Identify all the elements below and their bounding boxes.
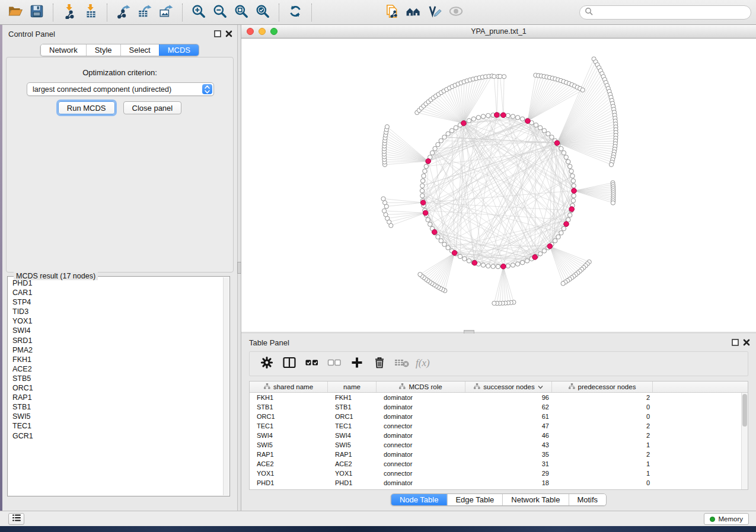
network-node[interactable] — [422, 174, 426, 178]
tab-style[interactable]: Style — [86, 44, 120, 56]
network-node[interactable] — [381, 197, 385, 201]
cell-name[interactable]: ACE2 — [328, 460, 377, 467]
mcds-hub-node[interactable] — [572, 188, 577, 194]
cell-predecessor-nodes[interactable]: 1 — [552, 470, 653, 477]
network-node[interactable] — [420, 184, 425, 188]
cell-shared-name[interactable]: ACE2 — [250, 460, 328, 467]
network-node[interactable] — [382, 209, 386, 213]
network-node[interactable] — [476, 116, 480, 120]
cell-successor-nodes[interactable]: 31 — [465, 460, 552, 467]
network-node[interactable] — [534, 123, 538, 127]
cell-successor-nodes[interactable]: 46 — [465, 432, 552, 439]
network-node[interactable] — [424, 164, 428, 168]
network-node[interactable] — [462, 257, 467, 261]
network-node[interactable] — [542, 129, 546, 133]
cell-shared-name[interactable]: SWI5 — [250, 441, 328, 448]
network-node[interactable] — [420, 188, 424, 193]
splitter-grip[interactable] — [237, 262, 241, 274]
cell-shared-name[interactable]: STB1 — [250, 403, 328, 411]
close-panel-icon[interactable] — [743, 338, 750, 348]
cell-MCDS-role[interactable]: dominator — [377, 451, 465, 458]
cell-name[interactable]: STB1 — [328, 403, 377, 411]
network-overview-button[interactable] — [403, 2, 424, 23]
network-node[interactable] — [561, 281, 565, 286]
network-node[interactable] — [492, 75, 496, 79]
network-node[interactable] — [569, 169, 573, 173]
network-node[interactable] — [566, 159, 570, 164]
cell-predecessor-nodes[interactable]: 2 — [552, 451, 653, 458]
mcds-hub-node[interactable] — [472, 260, 477, 265]
mcds-result-item[interactable]: SRD1 — [12, 336, 222, 345]
mcds-hub-node[interactable] — [423, 210, 428, 216]
mcds-result-item[interactable]: SWI5 — [12, 412, 222, 421]
cell-successor-nodes[interactable]: 35 — [465, 451, 552, 458]
mcds-result-item[interactable]: ACE2 — [12, 364, 222, 374]
network-node[interactable] — [511, 263, 515, 267]
mcds-hub-node[interactable] — [564, 222, 569, 227]
network-node[interactable] — [570, 174, 575, 178]
network-node[interactable] — [556, 235, 560, 239]
network-node[interactable] — [492, 301, 496, 305]
mcds-hub-node[interactable] — [569, 207, 575, 212]
network-node[interactable] — [511, 114, 515, 118]
mcds-result-item[interactable]: FKH1 — [12, 355, 222, 364]
export-network-button[interactable] — [113, 2, 134, 23]
cell-MCDS-role[interactable]: connector — [377, 470, 465, 477]
cell-MCDS-role[interactable]: dominator — [377, 432, 465, 439]
mcds-hub-node[interactable] — [525, 118, 531, 124]
network-node[interactable] — [423, 169, 427, 173]
network-node[interactable] — [454, 126, 458, 130]
cell-shared-name[interactable]: FKH1 — [250, 394, 328, 401]
network-node[interactable] — [571, 198, 575, 203]
network-node[interactable] — [506, 264, 510, 268]
cell-name[interactable]: RAP1 — [328, 451, 377, 458]
network-node[interactable] — [611, 201, 615, 205]
column-header-name[interactable]: name — [328, 382, 377, 392]
cell-MCDS-role[interactable]: connector — [377, 422, 465, 430]
zoom-in-button[interactable] — [188, 2, 209, 23]
network-node[interactable] — [572, 194, 576, 198]
network-node[interactable] — [471, 117, 476, 121]
delete-column-button[interactable] — [369, 354, 390, 374]
network-node[interactable] — [420, 194, 425, 198]
network-node[interactable] — [515, 116, 519, 120]
cell-name[interactable]: SWI5 — [328, 441, 377, 448]
mcds-hub-node[interactable] — [501, 264, 506, 269]
network-node[interactable] — [433, 146, 437, 150]
table-row[interactable]: FKH1FKH1dominator962 — [250, 393, 748, 402]
network-canvas[interactable] — [241, 39, 756, 332]
mcds-hub-node[interactable] — [432, 229, 437, 235]
cell-successor-nodes[interactable]: 29 — [465, 470, 552, 477]
scrollbar-thumb[interactable] — [742, 394, 747, 427]
network-node[interactable] — [458, 254, 462, 258]
network-node[interactable] — [428, 222, 432, 226]
show-hide-button[interactable] — [445, 2, 467, 23]
cell-name[interactable]: SWI4 — [328, 432, 377, 439]
tab-network-table[interactable]: Network Table — [502, 494, 568, 505]
cell-shared-name[interactable]: ORC1 — [250, 413, 328, 420]
show-panels-button[interactable] — [8, 513, 24, 525]
mcds-result-item[interactable]: GCR1 — [12, 431, 222, 441]
float-panel-icon[interactable] — [732, 338, 739, 348]
network-node[interactable] — [559, 146, 563, 150]
visual-style-button[interactable] — [424, 2, 445, 23]
mcds-result-item[interactable]: STB5 — [12, 374, 222, 383]
network-node[interactable] — [420, 179, 425, 183]
cell-successor-nodes[interactable]: 62 — [465, 403, 552, 411]
cell-MCDS-role[interactable]: connector — [377, 460, 465, 467]
sort-desc-icon[interactable] — [538, 383, 543, 390]
network-node[interactable] — [430, 150, 434, 155]
mcds-result-item[interactable]: SWI4 — [12, 326, 222, 335]
zoom-selected-button[interactable] — [252, 2, 273, 23]
cell-name[interactable]: FKH1 — [328, 394, 377, 401]
mcds-result-item[interactable]: TEC1 — [12, 421, 222, 431]
network-node[interactable] — [481, 263, 485, 267]
network-node[interactable] — [481, 114, 485, 118]
network-node[interactable] — [467, 118, 471, 123]
mcds-list-scrollbar[interactable] — [223, 277, 229, 495]
network-node[interactable] — [385, 124, 389, 129]
cell-predecessor-nodes[interactable]: 0 — [552, 413, 653, 420]
cell-successor-nodes[interactable]: 47 — [465, 422, 552, 430]
cell-predecessor-nodes[interactable]: 1 — [552, 441, 653, 448]
mcds-result-item[interactable]: PHD1 — [12, 278, 222, 288]
